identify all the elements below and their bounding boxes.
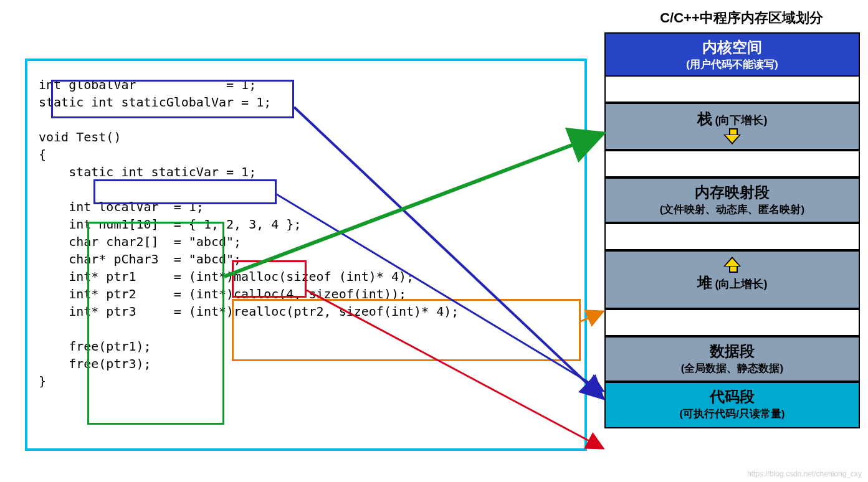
region-kernel: 内核空间 (用户代码不能读写): [604, 32, 860, 75]
region-data: 数据段 (全局数据、静态数据): [604, 336, 860, 382]
region-stack-title: 栈: [697, 110, 712, 127]
memory-diagram-title: C/C++中程序内存区域划分: [629, 9, 854, 27]
highlight-box-globals: [51, 80, 294, 118]
region-gap-2: [604, 150, 860, 177]
region-mmap: 内存映射段 (文件映射、动态库、匿名映射): [604, 177, 860, 223]
region-code-title: 代码段: [608, 387, 856, 407]
arrow-down-icon: [723, 128, 741, 146]
region-stack: 栈 (向下增长): [604, 103, 860, 150]
region-kernel-sub: (用户代码不能读写): [608, 57, 856, 72]
region-data-title: 数据段: [608, 341, 856, 361]
region-mmap-sub: (文件映射、动态库、匿名映射): [608, 202, 856, 217]
watermark-text: https://blog.csdn.net/chenlong_cxy: [747, 470, 862, 478]
region-gap-1: [604, 75, 860, 103]
region-gap-3: [604, 223, 860, 250]
highlight-box-string-literals: [232, 260, 307, 298]
memory-column: 内核空间 (用户代码不能读写) 栈 (向下增长) 内存映射段 (文件映射、动态库…: [604, 32, 860, 428]
region-gap-4: [604, 309, 860, 336]
region-code-sub: (可执行代码/只读常量): [608, 407, 856, 421]
region-code: 代码段 (可执行代码/只读常量): [604, 382, 860, 428]
region-heap: 堆 (向上增长): [604, 250, 860, 309]
region-data-sub: (全局数据、静态数据): [608, 361, 856, 376]
region-heap-sub: (向上增长): [712, 278, 768, 290]
region-kernel-title: 内核空间: [608, 37, 856, 57]
highlight-box-heap-calls: [232, 299, 581, 361]
region-heap-title: 堆: [697, 274, 712, 291]
arrow-up-icon: [723, 255, 741, 273]
region-mmap-title: 内存映射段: [608, 182, 856, 202]
highlight-box-static-local: [93, 179, 277, 204]
region-stack-sub: (向下增长): [712, 114, 768, 126]
highlight-box-locals: [87, 222, 224, 425]
